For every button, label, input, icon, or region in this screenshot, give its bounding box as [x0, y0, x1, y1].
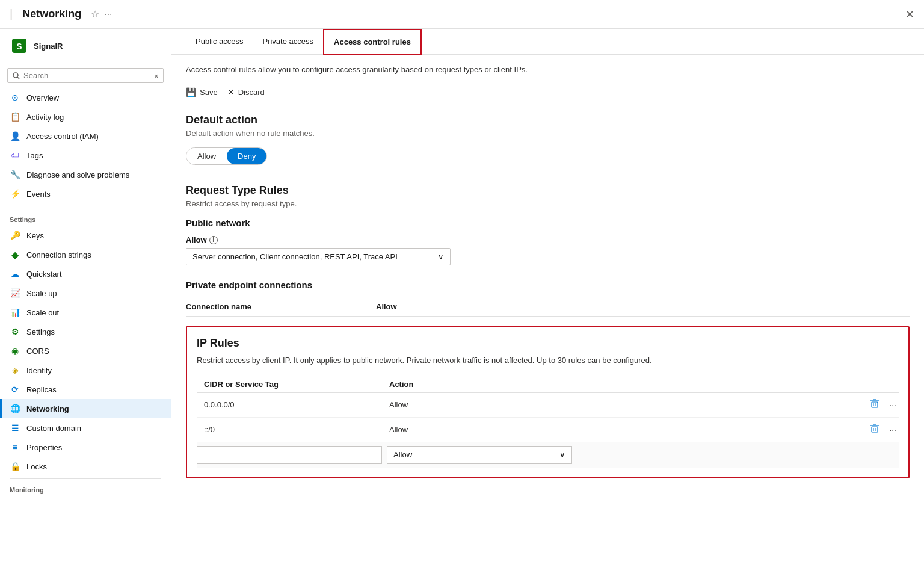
- more-row-0-button[interactable]: ···: [887, 399, 899, 411]
- ip-add-row: Allow ∨: [197, 442, 899, 468]
- more-row-1-button[interactable]: ···: [887, 424, 899, 436]
- sidebar-label-properties: Properties: [26, 443, 62, 452]
- scale-up-icon: 📈: [10, 288, 20, 299]
- sidebar-label-access-control: Access control (IAM): [26, 132, 99, 141]
- sidebar-item-custom-domain[interactable]: ☰ Custom domain: [0, 418, 171, 438]
- toggle-deny[interactable]: Deny: [227, 148, 266, 164]
- sidebar-item-locks[interactable]: 🔒 Locks: [0, 457, 171, 476]
- sidebar-label-diagnose: Diagnose and solve problems: [26, 170, 129, 179]
- default-action-section: Default action Default action when no ru…: [186, 114, 910, 165]
- sidebar-header: S SignalR: [0, 29, 171, 63]
- sidebar-label-cors: CORS: [26, 347, 49, 356]
- sidebar-item-properties[interactable]: ≡ Properties: [0, 438, 171, 457]
- private-endpoints-section: Private endpoint connections Connection …: [186, 280, 910, 317]
- sidebar-item-connection-strings[interactable]: ◆ Connection strings: [0, 245, 171, 264]
- top-bar-separator: |: [10, 7, 13, 21]
- close-icon[interactable]: ✕: [905, 8, 914, 21]
- sidebar-label-settings: Settings: [26, 327, 55, 336]
- allow-info-icon[interactable]: i: [209, 236, 218, 244]
- sidebar-label-connection-strings: Connection strings: [26, 250, 91, 259]
- ip-table-header: CIDR or Service Tag Action: [197, 376, 899, 393]
- sidebar-item-replicas[interactable]: ⟳ Replicas: [0, 380, 171, 399]
- sidebar: S SignalR « ⊙ Overview 📋 Activity log: [0, 29, 171, 588]
- ip-rules-title: IP Rules: [197, 337, 899, 350]
- delete-icon: [870, 424, 879, 433]
- access-control-icon: 👤: [10, 131, 20, 141]
- delete-icon: [870, 399, 879, 409]
- sidebar-item-networking[interactable]: 🌐 Networking: [0, 399, 171, 418]
- tab-private-access[interactable]: Private access: [253, 29, 323, 54]
- sidebar-label-overview: Overview: [26, 93, 59, 102]
- tab-access-control-rules[interactable]: Access control rules: [323, 29, 422, 55]
- sidebar-item-tags[interactable]: 🏷 Tags: [0, 146, 171, 165]
- page-title: Networking: [22, 8, 81, 20]
- delete-row-0-button[interactable]: [867, 398, 882, 412]
- save-icon: 💾: [186, 87, 196, 97]
- svg-point-2: [13, 73, 18, 78]
- sidebar-item-keys[interactable]: 🔑 Keys: [0, 226, 171, 245]
- sidebar-item-identity[interactable]: ◈ Identity: [0, 361, 171, 380]
- sidebar-item-overview[interactable]: ⊙ Overview: [0, 88, 171, 107]
- sidebar-item-scale-out[interactable]: 📊 Scale out: [0, 303, 171, 322]
- request-type-title: Request Type Rules: [186, 184, 910, 197]
- ip-table-row: ::/0 Allow ···: [197, 418, 899, 442]
- ip-row-actions-0: ···: [867, 398, 899, 412]
- monitoring-section-label: Monitoring: [0, 481, 171, 496]
- tab-public-access[interactable]: Public access: [186, 29, 253, 54]
- sidebar-item-access-control[interactable]: 👤 Access control (IAM): [0, 126, 171, 146]
- sidebar-item-events[interactable]: ⚡ Events: [0, 184, 171, 203]
- sidebar-label-events: Events: [26, 190, 51, 199]
- save-button[interactable]: 💾 Save: [186, 85, 218, 99]
- sidebar-label-locks: Locks: [26, 462, 47, 471]
- locks-icon: 🔒: [10, 461, 20, 472]
- ip-add-input[interactable]: [197, 446, 382, 464]
- search-input[interactable]: [23, 71, 150, 80]
- private-endpoints-label: Private endpoint connections: [186, 280, 910, 290]
- sidebar-item-quickstart[interactable]: ☁ Quickstart: [0, 264, 171, 283]
- sidebar-item-diagnose[interactable]: 🔧 Diagnose and solve problems: [0, 165, 171, 184]
- ip-add-chevron-icon: ∨: [559, 450, 565, 459]
- svg-line-3: [17, 77, 19, 79]
- main-content: Public access Private access Access cont…: [171, 29, 924, 588]
- cors-icon: ◉: [10, 345, 20, 356]
- sidebar-divider-monitoring: [10, 478, 161, 479]
- ip-action-1: Allow: [389, 425, 582, 434]
- ip-add-action-dropdown[interactable]: Allow ∨: [387, 446, 572, 464]
- sidebar-item-cors[interactable]: ◉ CORS: [0, 341, 171, 361]
- connection-type-dropdown[interactable]: Server connection, Client connection, RE…: [186, 248, 451, 265]
- endpoint-table: Connection name Allow: [186, 297, 910, 317]
- toggle-allow[interactable]: Allow: [186, 148, 227, 164]
- save-label: Save: [200, 88, 218, 97]
- connection-strings-icon: ◆: [10, 249, 20, 260]
- default-action-title: Default action: [186, 114, 910, 126]
- tags-icon: 🏷: [10, 150, 20, 161]
- discard-button[interactable]: ✕ Discard: [227, 85, 265, 99]
- delete-row-1-button[interactable]: [867, 422, 882, 437]
- sidebar-item-scale-up[interactable]: 📈 Scale up: [0, 283, 171, 303]
- allow-deny-toggle[interactable]: Allow Deny: [186, 147, 267, 165]
- public-network-subsection: Public network Allow i Server connection…: [186, 218, 910, 265]
- ip-col-cidr-header: CIDR or Service Tag: [197, 380, 389, 389]
- sidebar-item-activity-log[interactable]: 📋 Activity log: [0, 107, 171, 126]
- dropdown-value: Server connection, Client connection, RE…: [192, 252, 398, 261]
- tabs-bar: Public access Private access Access cont…: [171, 29, 924, 55]
- page-description: Access control rules allow you to config…: [186, 64, 910, 75]
- default-action-subtitle: Default action when no rule matches.: [186, 129, 910, 138]
- properties-icon: ≡: [10, 442, 20, 453]
- overview-icon: ⊙: [10, 92, 20, 103]
- search-box[interactable]: «: [7, 68, 164, 83]
- ip-col-actions-header: [582, 380, 899, 389]
- more-icon[interactable]: ···: [104, 9, 112, 20]
- keys-icon: 🔑: [10, 230, 20, 241]
- favorite-icon[interactable]: ☆: [91, 8, 99, 20]
- public-network-label: Public network: [186, 218, 910, 228]
- collapse-icon[interactable]: «: [154, 72, 158, 80]
- ip-col-action-header: Action: [389, 380, 582, 389]
- activity-log-icon: 📋: [10, 111, 20, 122]
- ip-rules-description: Restrict access by client IP. It only ap…: [197, 354, 899, 367]
- sidebar-label-identity: Identity: [26, 366, 52, 375]
- sidebar-label-tags: Tags: [26, 151, 43, 160]
- networking-icon: 🌐: [10, 403, 20, 414]
- col-allow-header: Allow: [376, 302, 466, 311]
- sidebar-item-settings[interactable]: ⚙ Settings: [0, 322, 171, 341]
